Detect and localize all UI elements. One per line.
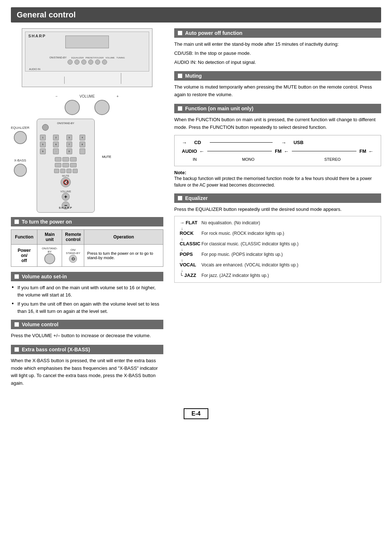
remote-btn-5[interactable]: 5	[40, 142, 46, 147]
table-cell-remote: ON/STAND-BY ⏻	[62, 245, 84, 267]
remote-btn-i[interactable]	[66, 169, 72, 173]
device-btn-2[interactable]	[74, 60, 79, 65]
remote-btn-3[interactable]: 3	[66, 135, 72, 140]
volume-control-text: Press the VOLUME +/– button to increase …	[11, 332, 163, 340]
remote-btn-8[interactable]: 8	[79, 142, 85, 147]
muting-title: Muting	[185, 73, 202, 79]
device-btn-6[interactable]	[102, 60, 107, 65]
volume-knob-right[interactable]	[94, 100, 110, 115]
remote-btn-a[interactable]	[55, 157, 61, 162]
bottom-sections: To turn the power on Function Main unit …	[11, 217, 163, 387]
xbass-btn[interactable]	[14, 164, 27, 177]
remote-volume-label: VOLUME	[60, 190, 71, 193]
pointer-line-2	[121, 73, 121, 84]
muting-header: Muting	[174, 71, 381, 81]
remote-sharp-logo: SHARP	[59, 206, 73, 209]
extra-bass-title: Extra bass control (X-BASS)	[22, 347, 90, 352]
func-label-stereo: STEREO	[291, 157, 373, 162]
func-usb: USB	[294, 140, 303, 145]
header-square-icon-volume-ctrl	[15, 322, 19, 327]
remote-btn-2[interactable]: 2	[53, 135, 59, 140]
extra-bass-text: When the X-BASS button is pressed, the u…	[11, 357, 163, 387]
auto-power-text3: AUDIO IN: No detection of input signal.	[174, 59, 381, 66]
header-square-icon-muting	[178, 74, 182, 78]
func-arrow-left-2: ←	[284, 148, 289, 154]
device-btn-3[interactable]	[81, 60, 86, 65]
equalizer-btn[interactable]	[14, 131, 27, 144]
volume-knob-left[interactable]	[65, 100, 80, 115]
auto-power-title: Auto power off function	[185, 30, 242, 36]
remote-btn-c[interactable]	[70, 157, 77, 162]
remote-mute-side: MUTE	[102, 119, 111, 159]
remote-btn-dot[interactable]: ·	[53, 148, 59, 154]
header-square-icon-bass	[15, 347, 19, 352]
remote-btn-f[interactable]	[70, 163, 77, 167]
func-row-labels: IN MONO STEREO	[182, 157, 373, 162]
pointer-line-1	[64, 77, 65, 84]
remote-power-btn[interactable]	[42, 124, 49, 131]
remote-btn-0[interactable]: 0	[66, 148, 72, 154]
remote-btn-d[interactable]	[55, 163, 61, 167]
auto-power-text: The main unit will enter the stand-by mo…	[174, 41, 381, 66]
remote-btn-extra[interactable]	[79, 148, 85, 154]
muting-text: The volume is muted temporarily when pre…	[174, 83, 381, 99]
func-arrow-left-1: ←	[199, 148, 204, 154]
func-label-in: IN	[193, 157, 205, 162]
header-square-icon-eq	[178, 196, 182, 200]
mute-btn[interactable]: 🔇	[61, 177, 71, 187]
func-cd: CD	[194, 140, 201, 145]
table-cell-function: Power on/off	[11, 245, 37, 267]
equalizer-title: Equalizer	[185, 195, 208, 201]
eq-arrow-down-5: ↓	[180, 268, 376, 273]
volume-label-row: − VOLUME +	[11, 94, 163, 98]
auto-power-header: Auto power off function	[174, 28, 381, 38]
function-diagram: → CD → USB AUDIO ← FM ← FM ←	[174, 135, 381, 166]
to-turn-power-title: To turn the power on	[22, 219, 72, 225]
main-unit-label: ON/STAND-BY	[40, 247, 59, 253]
device-btn-4[interactable]	[88, 60, 93, 65]
volume-auto-title: Volume auto set-in	[22, 274, 67, 279]
eq-mode-classic: CLASSIC For classical music. (CLASSIC in…	[180, 241, 376, 246]
page-number-wrap: E-4	[11, 397, 381, 419]
volume-auto-list: If you turn off and on the main unit wit…	[11, 284, 163, 315]
table-cell-main-unit: ON/STAND-BY	[37, 245, 62, 267]
device-btn-1[interactable]	[68, 60, 73, 65]
remote-btn-7[interactable]: 7	[66, 142, 72, 147]
eq-mode-pops: POPS For pop music. (POPS indicator ligh…	[180, 252, 376, 257]
remote-number-grid: 1 2 3 4 5 6 7 8 9 · 0	[40, 135, 91, 154]
vol-plus-btn[interactable]: +	[62, 193, 70, 201]
remote-btn-b[interactable]	[62, 157, 69, 162]
equalizer-side-label: EQUALIZER	[11, 126, 29, 130]
page-title: General control	[11, 7, 381, 23]
remote-btn-1[interactable]: 1	[40, 135, 46, 140]
volume-auto-header: Volume auto set-in	[11, 272, 163, 281]
eq-arrow-down-1: ↓	[180, 226, 376, 230]
table-cell-operation: Press to turn the power on or to go to s…	[84, 245, 163, 267]
remote-left-labels: EQUALIZER X-BASS	[11, 119, 29, 177]
eq-mode-rock: ROCK For rock music. (ROCK indicator lig…	[180, 230, 376, 236]
remote-btn-9[interactable]: 9	[40, 148, 46, 154]
to-turn-power-header: To turn the power on	[11, 217, 163, 226]
eq-arrow-down-4: ↓	[180, 258, 376, 262]
remote-btn-4[interactable]: 4	[79, 135, 85, 140]
device-btn-5[interactable]	[95, 60, 100, 65]
device-label-volume: VOLUME	[106, 57, 115, 59]
table-header-main-unit: Main unit	[37, 230, 62, 245]
remote-btn-j[interactable]	[73, 169, 78, 173]
func-line-3	[292, 151, 356, 151]
table-header-function: Function	[11, 230, 37, 245]
page: General control SHARP ON/STAND-BY EQUALI…	[0, 0, 392, 556]
remote-cell-icon: ⏻	[69, 255, 77, 263]
remote-device: ON/STAND-BY 1 2 3 4 5 6 7 8 9 ·	[37, 119, 95, 213]
function-main-text: When the FUNCTION button on main unit is…	[174, 116, 381, 131]
auto-power-text1: The main unit will enter the stand-by mo…	[174, 41, 381, 48]
remote-btn-e[interactable]	[62, 163, 69, 167]
remote-on-standby-row: ON/STAND-BY	[40, 122, 91, 124]
volume-auto-item-1: If you turn off and on the main unit wit…	[11, 284, 163, 298]
remote-btn-h[interactable]	[60, 169, 65, 173]
device-label-on-standby: ON/STAND-BY	[49, 56, 66, 59]
remote-btn-g[interactable]	[54, 169, 59, 173]
table-header-remote: Remotecontrol	[62, 230, 84, 245]
header-square-icon-function	[178, 106, 182, 111]
remote-btn-6[interactable]: 6	[53, 142, 59, 147]
